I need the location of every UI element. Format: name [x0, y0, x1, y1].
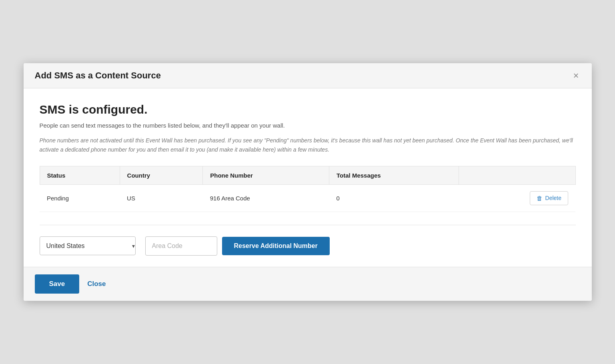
- phone-numbers-table: Status Country Phone Number Total Messag…: [40, 166, 576, 212]
- delete-button[interactable]: 🗑Delete: [530, 191, 568, 205]
- cell-actions: 🗑Delete: [459, 184, 575, 212]
- sms-configured-heading: SMS is configured.: [40, 103, 576, 116]
- delete-label: Delete: [545, 195, 561, 201]
- table-row: PendingUS916 Area Code0🗑Delete: [40, 184, 575, 212]
- modal-header: Add SMS as a Content Source ×: [24, 63, 592, 88]
- col-header-status: Status: [40, 166, 120, 184]
- reserve-additional-number-button[interactable]: Reserve Additional Number: [222, 237, 330, 255]
- modal-title: Add SMS as a Content Source: [35, 70, 161, 81]
- description-text: People can send text messages to the num…: [40, 122, 576, 129]
- country-select-wrapper: United States Canada United Kingdom Aust…: [40, 236, 140, 255]
- reserve-section: United States Canada United Kingdom Aust…: [40, 225, 576, 256]
- col-header-actions: [459, 166, 575, 184]
- area-code-input[interactable]: [145, 236, 217, 256]
- notice-text: Phone numbers are not activated until th…: [40, 136, 576, 154]
- cell-phone-number: 916 Area Code: [203, 184, 329, 212]
- modal-body: SMS is configured. People can send text …: [24, 88, 592, 267]
- country-select[interactable]: United States Canada United Kingdom Aust…: [40, 236, 136, 255]
- modal-footer: Save Close: [24, 267, 592, 301]
- close-button[interactable]: Close: [87, 280, 106, 288]
- cell-country: US: [120, 184, 203, 212]
- close-icon-button[interactable]: ×: [571, 71, 580, 80]
- save-button[interactable]: Save: [35, 274, 80, 294]
- modal: Add SMS as a Content Source × SMS is con…: [24, 63, 592, 301]
- cell-total-messages: 0: [329, 184, 459, 212]
- col-header-total-messages: Total Messages: [329, 166, 459, 184]
- trash-icon: 🗑: [537, 195, 543, 202]
- col-header-country: Country: [120, 166, 203, 184]
- col-header-phone-number: Phone Number: [203, 166, 329, 184]
- table-header-row: Status Country Phone Number Total Messag…: [40, 166, 575, 184]
- cell-status: Pending: [40, 184, 120, 212]
